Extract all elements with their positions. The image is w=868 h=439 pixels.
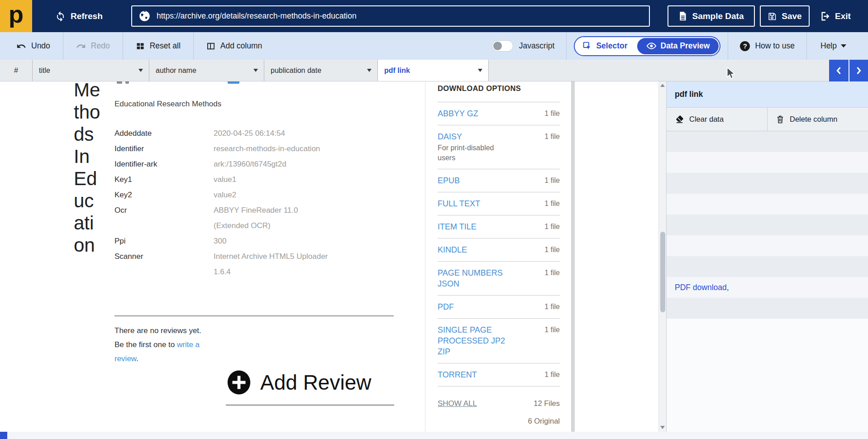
download-option-row: TORRENT 1 file (438, 363, 560, 387)
download-option-link[interactable]: DAISY (438, 131, 514, 142)
download-summary-row: SHOW ALL 12 Files 6 Original (438, 399, 560, 425)
mouse-cursor (726, 67, 736, 80)
column-header-publication-date[interactable]: publication date (264, 60, 378, 81)
data-preview-label: Data Preview (661, 41, 710, 51)
undo-button[interactable]: Undo (0, 32, 63, 60)
scroll-down-icon[interactable] (660, 426, 665, 429)
download-option-count: 1 file (544, 324, 560, 334)
plus-circle-icon (226, 369, 252, 396)
page-scrollbar[interactable] (658, 81, 666, 432)
download-option-row: PAGE NUMBERS JSON 1 file (438, 262, 560, 296)
metadata-label: Identifier (114, 141, 214, 157)
javascript-toggle-group: Javascript (480, 40, 567, 52)
metadata-value: value2 (214, 187, 363, 203)
content-divider (425, 81, 425, 432)
metadata-value: research-methods-in-education (214, 141, 363, 157)
question-icon (740, 41, 750, 51)
download-option-link[interactable]: FULL TEXT (438, 198, 514, 209)
download-option-link[interactable]: TORRENT (438, 369, 514, 380)
sample-data-label: Sample Data (692, 11, 744, 21)
add-column-button[interactable]: Add column (194, 32, 275, 60)
column-header-pdf-link[interactable]: pdf link (378, 60, 489, 81)
refresh-label: Refresh (71, 11, 103, 21)
url-input[interactable]: https://archive.org/details/research-met… (131, 5, 650, 27)
grid-icon (136, 42, 145, 51)
download-option-link[interactable]: EPUB (438, 175, 514, 186)
clipped-link-fragment (228, 81, 239, 84)
scrollbar-thumb[interactable] (660, 232, 665, 312)
column-header-label: title (39, 67, 50, 75)
delete-column-label: Delete column (790, 115, 837, 124)
exit-button[interactable]: Exit (820, 5, 863, 27)
metadata-label: Identifier-ark (114, 157, 214, 172)
next-column-button[interactable] (849, 60, 868, 81)
metadata-value: ark:/13960/t6745gt2d (214, 157, 363, 172)
metadata-row: Ppi 300 (114, 234, 363, 249)
browser-top-bar: p Refresh https://archive.org/details/re… (0, 0, 868, 32)
download-option-link[interactable]: PDF (438, 301, 514, 312)
download-option-row: FULL TEXT 1 file (438, 192, 560, 215)
refresh-button[interactable]: Refresh (55, 0, 103, 32)
download-option-link[interactable]: SINGLE PAGE PROCESSED JP2 ZIP (438, 324, 514, 357)
pdf-download-link[interactable]: PDF download (675, 283, 727, 292)
files-total: 12 Files (528, 399, 560, 408)
metadata-value: 300 (214, 234, 363, 249)
download-option-count: 1 file (544, 301, 560, 311)
save-button[interactable]: Save (760, 5, 810, 27)
metadata-label: Key2 (114, 187, 214, 203)
download-option-link[interactable]: ABBYY GZ (438, 108, 514, 119)
chevron-left-icon (835, 66, 842, 76)
column-header-author-name[interactable]: author name (149, 60, 264, 81)
sidebar-divider (571, 81, 575, 432)
preview-row-pdf-link: PDF download, (667, 277, 868, 298)
clear-data-button[interactable]: Clear data (667, 108, 767, 131)
download-option-count: 1 file (544, 221, 560, 231)
download-option-count: 1 file (544, 198, 560, 208)
metadata-value: ABBYY FineReader 11.0 (Extended OCR) (214, 203, 363, 234)
delete-column-button[interactable]: Delete column (767, 108, 868, 131)
original-total: 6 Original (528, 417, 560, 425)
index-column-header: # (0, 60, 33, 81)
download-option-count: 1 file (544, 175, 560, 185)
how-to-use-label: How to use (755, 41, 795, 51)
preview-row (667, 194, 868, 215)
column-header-title[interactable]: title (33, 60, 149, 81)
eraser-icon (675, 115, 684, 124)
reset-all-button[interactable]: Reset all (123, 32, 193, 60)
metadata-row: Scanner Internet Archive HTML5 Uploader … (114, 249, 363, 280)
chevron-down-icon (253, 69, 258, 72)
scroll-up-icon[interactable] (660, 84, 665, 87)
globe-icon (138, 10, 151, 22)
help-menu[interactable]: Help (807, 41, 858, 51)
metadata-row: Identifier-ark ark:/13960/t6745gt2d (114, 157, 363, 172)
download-option-link[interactable]: PAGE NUMBERS JSON (438, 267, 514, 289)
download-totals: 12 Files 6 Original (528, 399, 560, 425)
how-to-use-button[interactable]: How to use (728, 41, 806, 51)
metadata-label: Key1 (114, 172, 214, 187)
chevron-down-icon (367, 69, 372, 72)
selector-mode-pill: Selector Data Preview (574, 36, 720, 56)
metadata-label: Ppi (114, 234, 214, 249)
metadata-table: Addeddate 2020-04-25 06:14:54 Identifier… (114, 126, 363, 280)
bottom-left-accent (0, 432, 7, 439)
download-option-link[interactable]: ITEM TILE (438, 221, 514, 232)
javascript-label: Javascript (519, 41, 555, 51)
show-all-link[interactable]: SHOW ALL (438, 399, 477, 425)
reset-all-label: Reset all (150, 41, 181, 51)
redo-button[interactable]: Redo (63, 32, 123, 60)
selector-tab[interactable]: Selector (575, 37, 636, 55)
data-preview-tab[interactable]: Data Preview (637, 38, 719, 54)
add-review-button[interactable]: Add Review (226, 369, 371, 396)
prev-column-button[interactable] (829, 60, 849, 81)
javascript-toggle[interactable] (492, 40, 513, 52)
download-option-link[interactable]: KINDLE (438, 244, 514, 255)
save-icon (768, 12, 777, 21)
preview-row (667, 173, 868, 194)
sample-data-button[interactable]: Sample Data (668, 5, 755, 27)
bottom-strip (0, 432, 868, 439)
download-option-note: For print-disabled users (438, 143, 506, 163)
metadata-label: Addeddate (114, 126, 214, 141)
download-option-row: SINGLE PAGE PROCESSED JP2 ZIP 1 file (438, 319, 560, 363)
no-reviews-text: There are no reviews yet. (114, 324, 211, 338)
command-toolbar: Undo Redo Reset all Add column (0, 32, 868, 60)
